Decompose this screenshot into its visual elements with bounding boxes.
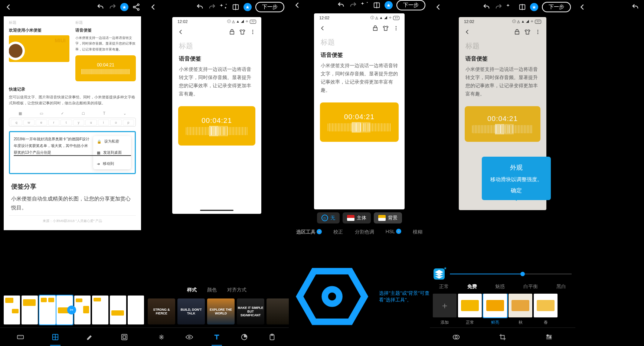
thumb-selected[interactable] xyxy=(39,296,56,324)
magic-icon[interactable] xyxy=(220,3,228,11)
tool-heal[interactable] xyxy=(157,333,166,341)
undo-icon[interactable] xyxy=(196,3,204,11)
shirt-icon[interactable] xyxy=(239,29,246,35)
style-preset[interactable]: EXPLORE THE WORLD xyxy=(207,298,235,324)
style-preset[interactable]: ★ xyxy=(267,298,289,324)
compare-icon[interactable] xyxy=(232,3,240,11)
redo-icon[interactable] xyxy=(494,3,503,11)
svg-point-18 xyxy=(396,29,396,30)
intensity-slider[interactable] xyxy=(450,274,572,274)
share-icon[interactable] xyxy=(132,3,140,11)
share-icon[interactable] xyxy=(372,25,379,32)
redo-icon[interactable] xyxy=(349,1,357,9)
tool-draw[interactable] xyxy=(86,333,94,341)
star-icon[interactable]: ★ xyxy=(120,3,128,11)
audio-widget: 00:04:21 xyxy=(75,55,136,81)
text-style-presets[interactable]: STRONG & FIERCE BUILD, DON'T TALK EXPLOR… xyxy=(145,298,289,327)
magic-icon[interactable] xyxy=(506,3,514,11)
undo-icon[interactable] xyxy=(337,1,345,9)
layers-button[interactable] xyxy=(434,268,445,280)
tool-text[interactable] xyxy=(213,333,221,341)
filter-autumn[interactable]: 秋 xyxy=(509,294,532,325)
tool-crop[interactable] xyxy=(498,333,507,341)
redo-icon[interactable] xyxy=(208,3,216,11)
tab-charm[interactable]: 魅惑 xyxy=(495,283,505,290)
tab-color[interactable]: 颜色 xyxy=(207,287,217,295)
tool-sticker[interactable] xyxy=(240,333,248,341)
tool-overlay[interactable] xyxy=(452,333,460,341)
menu-private[interactable]: 🔒设为私密 xyxy=(93,136,131,147)
back-icon[interactable] xyxy=(464,29,471,35)
page-thumbnails[interactable]: ✂ xyxy=(0,293,145,327)
audio-widget[interactable]: 00:04:21 xyxy=(465,106,540,142)
back-icon[interactable] xyxy=(149,3,157,11)
back-icon[interactable] xyxy=(434,3,442,11)
scissors-icon[interactable]: ✂ xyxy=(67,306,76,314)
back-icon[interactable] xyxy=(293,1,301,9)
tab-blur[interactable]: 模糊 xyxy=(413,229,422,235)
undo-icon[interactable] xyxy=(483,3,491,11)
back-icon[interactable] xyxy=(319,25,326,32)
tool-clipboard[interactable] xyxy=(268,333,276,341)
next-button[interactable]: 下一步 xyxy=(396,0,425,10)
thumb[interactable] xyxy=(74,296,91,324)
thumb[interactable] xyxy=(4,296,20,324)
style-preset[interactable]: MAKE IT SIMPLE BUT SIGNIFICANT xyxy=(237,298,264,324)
text-tabs[interactable]: 样式 颜色 对齐方式 xyxy=(145,284,289,298)
tab-splittone[interactable]: 分割色调 xyxy=(355,229,374,235)
star-icon[interactable]: ★ xyxy=(243,3,252,11)
chip-subject[interactable]: 主体 xyxy=(343,212,371,223)
tab-correct[interactable]: 校正 xyxy=(333,229,343,235)
filter-normal[interactable]: 正常 xyxy=(458,294,482,325)
filter-vivid[interactable]: 鲜亮 xyxy=(483,294,507,325)
menu-send-desktop[interactable]: ▦发送到桌面 xyxy=(93,147,131,158)
thumb[interactable] xyxy=(110,296,126,324)
tab-align[interactable]: 对齐方式 xyxy=(227,287,246,295)
voice-heading: 语音便签 xyxy=(75,27,136,33)
compare-icon[interactable] xyxy=(518,3,526,11)
thumb[interactable] xyxy=(22,296,38,324)
magic-icon[interactable] xyxy=(361,1,369,9)
menu-move[interactable]: ➔移动到 xyxy=(93,158,131,169)
audio-widget[interactable]: 00:04:21 xyxy=(178,106,255,146)
more-icon[interactable] xyxy=(393,25,399,32)
undo-icon[interactable] xyxy=(97,3,105,11)
tab-free[interactable]: 免费 xyxy=(467,283,477,290)
chip-background[interactable]: 背景 xyxy=(374,212,402,223)
tab-selection[interactable]: 选区工具 ★ xyxy=(296,229,322,235)
audio-widget[interactable]: 00:04:21 xyxy=(320,102,399,142)
tooltip-ok[interactable]: 确定 xyxy=(489,185,543,196)
shirt-icon[interactable] xyxy=(382,25,389,32)
redo-icon[interactable] xyxy=(108,3,117,11)
tool-keyboard[interactable] xyxy=(16,333,24,341)
tab-wb[interactable]: 白平衡 xyxy=(523,283,538,290)
tab-hsl[interactable]: HSL ★ xyxy=(386,229,401,235)
back-icon[interactable] xyxy=(4,3,13,11)
svg-point-10 xyxy=(252,33,253,34)
style-preset[interactable]: BUILD, DON'T TALK xyxy=(177,298,205,324)
style-preset[interactable]: STRONG & FIERCE xyxy=(148,298,175,324)
filter-add[interactable]: ＋添加 xyxy=(433,294,457,325)
tool-eye[interactable] xyxy=(185,333,193,341)
star-icon[interactable]: ★ xyxy=(385,1,393,9)
filter-spring[interactable]: 春 xyxy=(534,294,558,325)
svg-point-19 xyxy=(325,289,339,304)
thumb[interactable] xyxy=(128,296,144,324)
tool-adjust[interactable] xyxy=(545,333,553,341)
thumb[interactable] xyxy=(92,296,108,324)
tab-bw[interactable]: 黑白 xyxy=(556,283,566,290)
tool-layout[interactable] xyxy=(51,333,59,341)
back-icon[interactable] xyxy=(177,29,184,35)
back-icon[interactable] xyxy=(578,3,586,11)
compare-icon[interactable] xyxy=(373,1,381,9)
next-button[interactable]: 下一步 xyxy=(255,2,284,12)
undo-icon[interactable] xyxy=(631,3,640,11)
tab-normal[interactable]: 正常 xyxy=(439,283,449,290)
tab-style[interactable]: 样式 xyxy=(187,287,197,295)
chip-none[interactable]: ⦸无 xyxy=(317,212,340,223)
next-button[interactable]: 下一步 xyxy=(542,2,571,12)
tool-frame[interactable] xyxy=(120,333,128,341)
more-icon[interactable] xyxy=(249,29,256,35)
star-icon[interactable]: ★ xyxy=(530,3,538,11)
share-icon[interactable] xyxy=(229,29,235,35)
